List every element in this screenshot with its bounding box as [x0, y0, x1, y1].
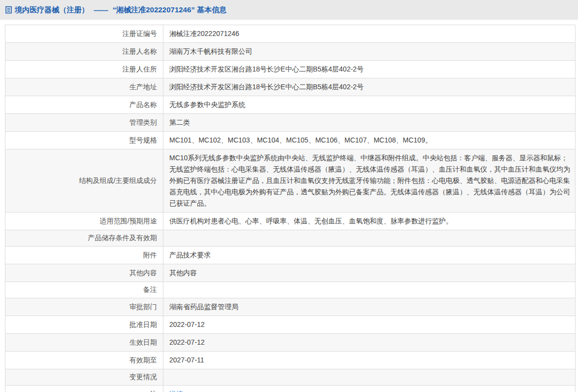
table-row: 附件 产品技术要求 — [5, 247, 575, 264]
row-label: 产品名称 — [5, 96, 163, 113]
table-row: 备注 — [5, 282, 575, 298]
row-value: 产品技术要求 — [163, 247, 575, 264]
row-value: MC101、MC102、MC103、MC104、MC105、MC106、MC10… — [163, 132, 575, 149]
table-row: 产品名称 无线多参数中央监护系统 — [5, 96, 575, 114]
row-label-text: 注 — [150, 390, 157, 392]
row-label-text: 产品名称 — [129, 101, 157, 109]
row-label-text: 附件 — [143, 251, 157, 260]
row-label-text: 批准日期 — [129, 321, 157, 329]
row-label: 注册证编号 — [5, 25, 163, 42]
row-label-text: 备注 — [143, 285, 157, 294]
title-dash: —— — [94, 6, 108, 14]
table-row: 变更情况 — [5, 369, 575, 386]
table-row: 产品储存条件及有效期 — [5, 230, 575, 247]
row-label-text: 生效日期 — [129, 338, 157, 347]
row-value: 浏阳经济技术开发区湘台路18号长沙E中心二期B5栋4层402-2号 — [163, 61, 575, 78]
table-row: 适用范围/预期用途 供医疗机构对患者心电、心率、呼吸率、体温、无创血压、血氧饱和… — [5, 213, 575, 230]
page-title-subject: “湘械注准20222071246” 基本信息 — [113, 5, 227, 15]
table-row: 管理类别 第二类 — [5, 114, 575, 132]
row-label: 变更情况 — [5, 369, 163, 385]
row-label: 适用范围/预期用途 — [5, 213, 163, 230]
row-label-text: 结构及组成/主要组成成分 — [79, 177, 157, 185]
row-value: 浏阳经济技术开发区湘台路18号长沙E中心二期B5栋4层402-2号 — [163, 78, 575, 96]
row-label-text: 产品储存条件及有效期 — [88, 234, 157, 243]
row-value: MC10系列无线多参数中央监护系统由中央站、无线监护终端、中继器和附件组成。中央… — [163, 149, 575, 212]
row-label-text: 管理类别 — [129, 118, 157, 127]
row-value — [163, 230, 575, 246]
table-row: 注册人住所 浏阳经济技术开发区湘台路18号长沙E中心二期B5栋4层402-2号 — [5, 61, 575, 78]
row-value: 其他内容 — [163, 264, 575, 282]
row-value: 2027-07-11 — [163, 352, 575, 369]
table-row: 其他内容 其他内容 — [5, 264, 575, 282]
row-value: 供医疗机构对患者心电、心率、呼吸率、体温、无创血压、血氧饱和度、脉率参数进行监护… — [163, 213, 575, 230]
row-label: 型号规格 — [5, 132, 163, 149]
row-label: 结构及组成/主要组成成分 — [5, 149, 163, 212]
table-row: 注 详情 — [5, 386, 575, 392]
row-value: 无线多参数中央监护系统 — [163, 96, 575, 113]
row-value: 2022-07-12 — [163, 316, 575, 333]
row-value: 详情 — [163, 386, 575, 392]
table-row: 审批部门 湖南省药品监督管理局 — [5, 298, 575, 316]
row-label: 注册人名称 — [5, 43, 163, 60]
row-label-text: 型号规格 — [129, 136, 157, 145]
row-label: 注册人住所 — [5, 61, 163, 78]
table-row: 生产地址 浏阳经济技术开发区湘台路18号长沙E中心二期B5栋4层402-2号 — [5, 78, 575, 96]
page-title-category: 境内医疗器械（注册） — [15, 5, 89, 15]
row-label: 生效日期 — [5, 334, 163, 351]
page-header: 境内医疗器械（注册） —— “湘械注准20222071246” 基本信息 — [0, 0, 578, 20]
row-label: 备注 — [5, 282, 163, 298]
registration-table: 注册证编号 湘械注准20222071246 注册人名称 湖南万木千帆科技有限公司… — [5, 25, 576, 392]
row-label: 审批部门 — [5, 298, 163, 316]
row-label-text: 适用范围/预期用途 — [100, 217, 157, 226]
row-label-text: 变更情况 — [129, 373, 157, 382]
row-value — [163, 282, 575, 298]
table-row: 生效日期 2022-07-12 — [5, 334, 575, 352]
table-row: 结构及组成/主要组成成分 MC10系列无线多参数中央监护系统由中央站、无线监护终… — [5, 149, 575, 213]
details-link[interactable]: 详情 — [169, 389, 183, 392]
row-label-text: 其他内容 — [129, 269, 157, 278]
row-value: 第二类 — [163, 114, 575, 131]
row-value: 2022-07-12 — [163, 334, 575, 351]
row-label: 附件 — [5, 247, 163, 264]
row-label: 有效期至 — [5, 352, 163, 369]
row-label-text: 注册证编号 — [122, 30, 157, 38]
row-label: 产品储存条件及有效期 — [5, 230, 163, 246]
row-label-text: 注册人名称 — [122, 47, 157, 56]
row-label-text: 生产地址 — [129, 83, 157, 92]
table-row: 有效期至 2027-07-11 — [5, 352, 575, 369]
row-value — [163, 369, 575, 385]
table-row: 注册证编号 湘械注准20222071246 — [5, 25, 575, 43]
row-label: 批准日期 — [5, 316, 163, 333]
row-value: 湘械注准20222071246 — [163, 25, 575, 42]
document-icon — [5, 6, 12, 14]
row-label: 生产地址 — [5, 78, 163, 96]
row-value: 湖南省药品监督管理局 — [163, 298, 575, 316]
row-label-text: 有效期至 — [129, 356, 157, 365]
row-label-text: 注册人住所 — [122, 65, 157, 74]
row-label-text: 审批部门 — [129, 303, 157, 312]
row-label: 管理类别 — [5, 114, 163, 131]
row-label: 其他内容 — [5, 264, 163, 282]
table-row: 型号规格 MC101、MC102、MC103、MC104、MC105、MC106… — [5, 132, 575, 149]
row-label: 注 — [5, 386, 163, 392]
row-value: 湖南万木千帆科技有限公司 — [163, 43, 575, 60]
table-row: 批准日期 2022-07-12 — [5, 316, 575, 334]
table-row: 注册人名称 湖南万木千帆科技有限公司 — [5, 43, 575, 61]
